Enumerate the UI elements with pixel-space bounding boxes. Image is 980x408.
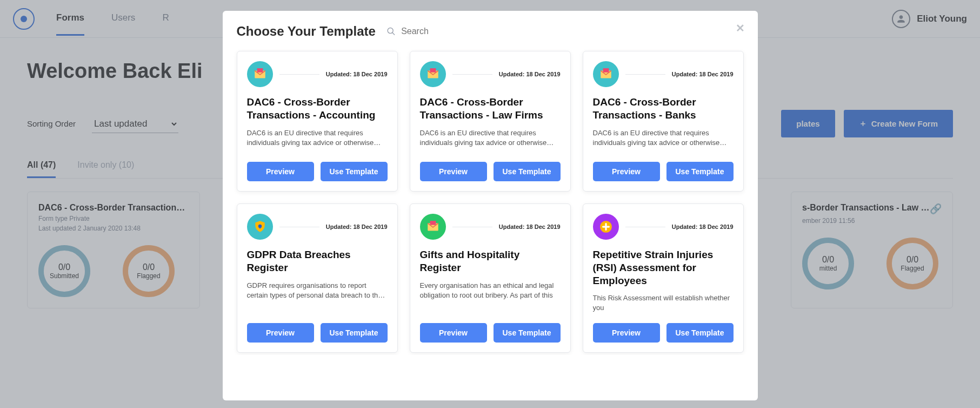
template-updated: Updated: 18 Dec 2019	[499, 71, 561, 77]
divider	[279, 74, 319, 75]
template-icon	[247, 61, 273, 87]
preview-button[interactable]: Preview	[593, 323, 660, 343]
template-title: GDPR Data Breaches Register	[247, 248, 388, 274]
template-updated: Updated: 18 Dec 2019	[499, 223, 561, 230]
template-card: Updated: 18 Dec 2019 DAC6 - Cross-Border…	[237, 51, 398, 192]
svg-rect-11	[430, 221, 436, 225]
template-title: DAC6 - Cross-Border Transactions - Accou…	[247, 96, 388, 122]
use-template-button[interactable]: Use Template	[494, 162, 561, 181]
template-card: Updated: 18 Dec 2019 DAC6 - Cross-Border…	[583, 51, 744, 192]
search-wrap	[386, 27, 744, 36]
use-template-button[interactable]: Use Template	[321, 162, 388, 181]
template-updated: Updated: 18 Dec 2019	[326, 223, 388, 230]
use-template-button[interactable]: Use Template	[494, 323, 561, 343]
modal-body[interactable]: Updated: 18 Dec 2019 DAC6 - Cross-Border…	[223, 49, 758, 355]
preview-button[interactable]: Preview	[593, 162, 660, 181]
template-updated: Updated: 18 Dec 2019	[326, 71, 388, 77]
template-title: DAC6 - Cross-Border Transactions - Banks	[593, 96, 734, 122]
svg-point-0	[388, 28, 393, 34]
template-updated: Updated: 18 Dec 2019	[672, 71, 734, 77]
svg-rect-3	[257, 68, 263, 73]
divider	[452, 227, 492, 227]
template-description: This Risk Assessment will establish whet…	[593, 293, 734, 313]
template-description: DAC6 is an EU directive that requires in…	[593, 128, 734, 148]
svg-line-1	[392, 32, 395, 35]
preview-button[interactable]: Preview	[247, 162, 314, 181]
divider	[625, 74, 665, 75]
modal-header: Choose Your Template	[223, 24, 758, 49]
search-input[interactable]	[401, 27, 743, 36]
divider	[452, 74, 492, 75]
preview-button[interactable]: Preview	[420, 323, 487, 343]
template-card: Updated: 18 Dec 2019 DAC6 - Cross-Border…	[410, 51, 571, 192]
use-template-button[interactable]: Use Template	[321, 323, 388, 343]
svg-rect-9	[259, 226, 260, 228]
use-template-button[interactable]: Use Template	[666, 162, 734, 181]
template-icon	[593, 61, 619, 87]
preview-button[interactable]: Preview	[247, 323, 314, 343]
template-icon	[420, 214, 446, 240]
divider	[279, 227, 319, 227]
divider	[625, 227, 665, 227]
template-card: Updated: 18 Dec 2019 Gifts and Hospitali…	[410, 203, 571, 353]
template-icon	[593, 214, 619, 240]
template-description: DAC6 is an EU directive that requires in…	[420, 128, 561, 148]
template-description: Every organisation has an ethical and le…	[420, 281, 561, 300]
template-description: GDPR requires organisations to report ce…	[247, 281, 388, 300]
template-icon	[247, 214, 273, 240]
template-title: Gifts and Hospitality Register	[420, 248, 561, 274]
template-icon	[420, 61, 446, 87]
modal-overlay: ✕ Choose Your Template Updated: 18 Dec 2…	[0, 0, 980, 408]
template-card: Updated: 18 Dec 2019 GDPR Data Breaches …	[237, 203, 398, 353]
template-card: Updated: 18 Dec 2019 Repetitive Strain I…	[583, 203, 744, 353]
template-title: DAC6 - Cross-Border Transactions - Law F…	[420, 96, 561, 122]
close-icon[interactable]: ✕	[736, 22, 745, 35]
preview-button[interactable]: Preview	[420, 162, 487, 181]
modal-title: Choose Your Template	[237, 24, 376, 39]
use-template-button[interactable]: Use Template	[666, 323, 734, 343]
search-icon	[386, 27, 396, 36]
template-modal: ✕ Choose Your Template Updated: 18 Dec 2…	[223, 11, 758, 400]
template-title: Repetitive Strain Injuries (RSI) Assessm…	[593, 248, 734, 287]
template-grid: Updated: 18 Dec 2019 DAC6 - Cross-Border…	[234, 49, 747, 355]
template-description: DAC6 is an EU directive that requires in…	[247, 128, 388, 148]
svg-rect-5	[430, 68, 436, 73]
svg-rect-7	[603, 68, 609, 73]
template-updated: Updated: 18 Dec 2019	[672, 223, 734, 230]
